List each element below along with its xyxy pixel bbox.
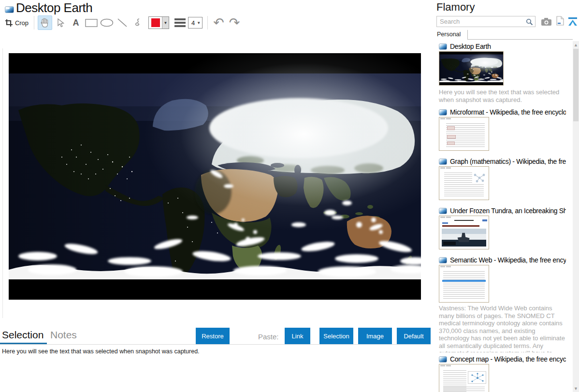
snapshot-title: Microformat - Wikipedia, the free encycl… — [450, 108, 566, 116]
hand-icon — [41, 18, 49, 28]
scroll-down-arrow[interactable]: ▼ — [573, 385, 579, 392]
search-icon[interactable] — [526, 18, 533, 26]
list-item[interactable]: Graph (mathematics) - Wikipedia, the fre… — [439, 158, 566, 200]
color-well — [149, 17, 162, 29]
ellipse-icon — [100, 18, 114, 27]
snapshot-description: Here you will see the text that was sele… — [439, 88, 566, 103]
snapshot-thumbnail[interactable] — [439, 117, 489, 151]
current-color-swatch — [151, 18, 160, 27]
sidebar-tabs: Personal — [434, 30, 573, 40]
paste-default-button[interactable]: Default — [397, 328, 431, 344]
width-dropdown-arrow: ▼ — [197, 21, 201, 25]
sidebar-app-title: Flamory — [436, 1, 475, 14]
paste-label: Paste: — [258, 333, 279, 341]
rectangle-tool-button[interactable] — [84, 15, 99, 30]
snapshot-title: Concept map - Wikipedia, the free encycl… — [450, 355, 566, 363]
ship-photo — [442, 229, 486, 247]
color-picker[interactable]: ▼ — [148, 16, 169, 29]
highlighted-text-bar — [442, 280, 486, 282]
crop-icon — [5, 19, 13, 27]
snapshot-icon — [439, 159, 447, 165]
crop-label: Crop — [15, 19, 29, 27]
sidebar-scrollbar[interactable]: ▲ ▼ — [573, 41, 579, 392]
squiggle-icon — [134, 18, 142, 28]
snapshot-thumbnail[interactable] — [439, 51, 504, 86]
undo-icon: ↶ — [211, 16, 226, 29]
restore-button[interactable]: Restore — [196, 328, 230, 344]
earth-image — [9, 53, 421, 300]
line-width-value: 4 — [191, 19, 195, 27]
paste-link-button[interactable]: Link — [285, 328, 310, 344]
list-item[interactable]: Semantic Web - Wikipedia, the free encyc… — [439, 256, 566, 352]
snapshot-icon — [439, 257, 447, 263]
active-tab-underline — [0, 343, 47, 344]
cursor-icon — [57, 18, 64, 28]
search-input[interactable] — [436, 16, 536, 27]
bottom-divider — [0, 344, 431, 345]
camera-icon[interactable] — [541, 18, 551, 26]
line-width-dropdown[interactable]: 4 ▼ — [188, 17, 203, 29]
graph-diagram — [472, 172, 487, 184]
scrollbar-thumb[interactable] — [573, 49, 579, 121]
list-item[interactable]: Desktop Earth Here you will see the text… — [439, 43, 566, 103]
list-item[interactable]: Concept map - Wikipedia, the free encycl… — [439, 355, 566, 392]
snapshot-canvas[interactable] — [9, 53, 421, 300]
pan-tool-button[interactable] — [38, 15, 52, 30]
snapshot-icon — [439, 109, 447, 116]
toolbar-separator — [207, 16, 208, 29]
paste-selection-button[interactable]: Selection — [319, 328, 353, 344]
snapshot-icon — [439, 208, 447, 214]
article-headline-bar — [442, 225, 479, 227]
app-snapshot-icon — [5, 6, 14, 13]
snapshot-title: Semantic Web - Wikipedia, the free encyc… — [450, 256, 566, 264]
undo-button[interactable]: ↶ — [211, 15, 226, 30]
scroll-up-arrow[interactable]: ▲ — [573, 41, 579, 48]
snapshot-thumbnail[interactable] — [439, 216, 489, 249]
tab-notes[interactable]: Notes — [50, 329, 77, 341]
color-dropdown-arrow[interactable]: ▼ — [162, 17, 169, 29]
text-tool-icon: A — [73, 18, 79, 28]
snapshot-thumbnail[interactable] — [439, 364, 489, 392]
list-item[interactable]: Under Frozen Tundra, an Icebreaking Ship… — [439, 207, 566, 249]
new-note-icon[interactable] — [556, 16, 564, 26]
tab-selection[interactable]: Selection — [2, 329, 43, 341]
editor-toolbar: Crop A — [3, 15, 242, 30]
page-title: Desktop Earth — [16, 0, 92, 15]
paste-image-button[interactable]: Image — [358, 328, 392, 344]
concept-map-diagram — [468, 372, 487, 384]
line-icon — [117, 18, 128, 28]
redo-icon: ↷ — [227, 16, 242, 29]
snapshot-icon — [439, 356, 447, 363]
select-tool-button[interactable] — [53, 15, 68, 30]
snapshot-thumbnail[interactable] — [439, 166, 489, 200]
flamory-window: Desktop Earth Crop A — [0, 0, 579, 392]
snapshot-icon — [439, 44, 447, 50]
snapshot-list: Desktop Earth Here you will see the text… — [434, 41, 573, 392]
list-item[interactable]: Microformat - Wikipedia, the free encycl… — [439, 108, 566, 151]
selection-text: Here you will see the text that was sele… — [2, 348, 200, 355]
tab-personal[interactable]: Personal — [434, 30, 468, 40]
canvas-left-edge — [2, 48, 3, 318]
redo-button[interactable]: ↷ — [227, 15, 242, 30]
snapshot-thumbnail[interactable] — [439, 265, 489, 303]
crop-button[interactable]: Crop — [3, 15, 30, 30]
snapshot-title: Graph (mathematics) - Wikipedia, the fre… — [450, 158, 566, 165]
snapshot-title: Under Frozen Tundra, an Icebreaking Ship… — [450, 207, 566, 215]
line-width-icon — [174, 18, 186, 27]
rectangle-icon — [85, 19, 98, 27]
toolbar-separator — [34, 16, 34, 29]
freehand-tool-button[interactable] — [130, 15, 145, 30]
flamory-logo-icon[interactable] — [568, 17, 578, 26]
snapshot-title: Desktop Earth — [450, 43, 491, 50]
snapshot-description: Vastness: The World Wide Web contains ma… — [439, 305, 566, 352]
line-tool-button[interactable] — [115, 15, 130, 30]
text-tool-button[interactable]: A — [69, 15, 83, 30]
newspaper-masthead — [454, 220, 474, 221]
ellipse-tool-button[interactable] — [100, 15, 114, 30]
